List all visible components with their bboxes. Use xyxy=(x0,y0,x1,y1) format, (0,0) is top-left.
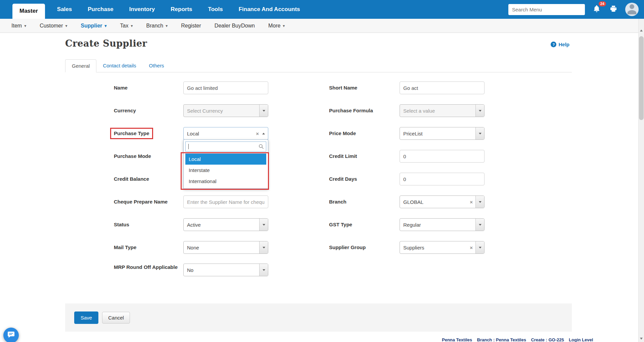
mail-type-select-value: None xyxy=(184,245,259,250)
scroll-up-button[interactable] xyxy=(639,27,644,33)
gst-type-select[interactable]: Regular xyxy=(400,218,485,231)
dropdown-option-international[interactable]: International xyxy=(185,176,266,187)
subnav-item-more[interactable]: More ▾ xyxy=(268,23,285,29)
branch-select[interactable]: GLOBAL × xyxy=(400,195,485,208)
clear-icon[interactable]: × xyxy=(253,131,262,136)
user-avatar[interactable] xyxy=(625,3,639,16)
price-mode-select-value: PriceList xyxy=(400,131,475,136)
short-name-input[interactable] xyxy=(400,81,485,94)
mail-type-label: Mail Type xyxy=(114,244,183,251)
vertical-scrollbar[interactable] xyxy=(638,19,644,342)
subnav-item-tax[interactable]: Tax ▾ xyxy=(120,23,133,29)
name-input[interactable] xyxy=(183,81,268,94)
credit-limit-input[interactable] xyxy=(400,150,485,163)
scrollbar-thumb[interactable] xyxy=(639,36,644,120)
cheque-prepare-name-input[interactable] xyxy=(183,195,268,208)
form-row-branch: Branch GLOBAL × xyxy=(329,190,517,213)
dropdown-search-input[interactable] xyxy=(185,141,266,152)
help-label: Help xyxy=(558,42,569,47)
notifications-button[interactable]: 24 xyxy=(592,4,602,14)
mrp-round-off-select[interactable]: No xyxy=(183,264,268,276)
subnav-item-label: Branch xyxy=(146,23,164,29)
form-row-supplier-group: Supplier Group Suppliers × xyxy=(329,236,517,259)
purchase-type-select[interactable]: Local × xyxy=(183,127,268,140)
chevron-down-icon: ▾ xyxy=(283,23,285,28)
currency-select-value: Select Currency xyxy=(184,108,259,114)
chevron-down-icon xyxy=(475,127,484,139)
dropdown-option-local[interactable]: Local xyxy=(185,154,266,165)
purchase-formula-select[interactable]: Select a value xyxy=(400,104,485,117)
subnav-item-item[interactable]: Item ▾ xyxy=(11,23,26,29)
chevron-up-icon xyxy=(262,133,268,134)
purchase-formula-select-value: Select a value xyxy=(400,108,475,114)
tab-contact-details[interactable]: Contact details xyxy=(96,59,142,72)
chevron-down-icon xyxy=(259,105,268,117)
purchase-type-label: Purchase Type xyxy=(114,130,149,136)
nav-item-inventory[interactable]: Inventory xyxy=(129,6,155,13)
subnav-item-label: Tax xyxy=(120,23,129,29)
credit-days-input[interactable] xyxy=(400,173,485,185)
subnav-item-dealer-buydown[interactable]: Dealer BuyDown xyxy=(215,23,255,29)
subnav-item-register[interactable]: Register xyxy=(181,23,201,29)
credit-balance-label: Credit Balance xyxy=(114,175,183,183)
subnav-item-label: Customer xyxy=(40,23,63,29)
dropdown-options-list: Local Interstate International xyxy=(185,154,266,187)
subnav-item-label: Item xyxy=(11,23,22,29)
main-nav: Sales Purchase Inventory Reports Tools F… xyxy=(57,6,300,13)
navbar-right: 24 xyxy=(508,3,639,16)
subnav-item-branch[interactable]: Branch ▾ xyxy=(146,23,168,29)
dropdown-option-interstate[interactable]: Interstate xyxy=(185,165,266,176)
form-row-credit-days: Credit Days xyxy=(329,168,517,190)
clear-icon[interactable]: × xyxy=(467,199,475,205)
mail-type-select[interactable]: None xyxy=(183,241,268,254)
cancel-button[interactable]: Cancel xyxy=(102,312,130,324)
app-window: Master Sales Purchase Inventory Reports … xyxy=(0,0,644,342)
form-row-name: Name xyxy=(114,76,302,99)
form-row-credit-limit: Credit Limit xyxy=(329,145,517,168)
form-footer: Save Cancel xyxy=(65,303,572,332)
purchase-type-dropdown: Local Interstate International xyxy=(183,139,268,189)
clear-icon[interactable]: × xyxy=(467,245,475,250)
chat-launcher-button[interactable] xyxy=(3,328,19,342)
chevron-down-icon: ▾ xyxy=(24,23,26,28)
subnav-item-customer[interactable]: Customer ▾ xyxy=(40,23,67,29)
supplier-group-select[interactable]: Suppliers × xyxy=(400,241,485,254)
create-supplier-form: Name Currency Select Currency Purcha xyxy=(65,76,572,284)
help-link[interactable]: ? Help xyxy=(551,42,569,47)
form-row-short-name: Short Name xyxy=(329,76,517,99)
chevron-down-icon xyxy=(475,241,484,253)
nav-item-sales[interactable]: Sales xyxy=(57,6,72,13)
tab-others[interactable]: Others xyxy=(143,59,171,72)
supplier-group-select-value: Suppliers xyxy=(400,245,467,250)
nav-item-finance-and-accounts[interactable]: Finance And Accounts xyxy=(239,6,300,13)
print-button[interactable] xyxy=(608,4,618,14)
nav-item-tools[interactable]: Tools xyxy=(208,6,223,13)
status-select[interactable]: Active xyxy=(183,218,268,231)
name-label: Name xyxy=(114,84,183,92)
currency-label: Currency xyxy=(114,107,183,115)
subnav-item-supplier[interactable]: Supplier ▾ xyxy=(81,23,107,29)
credit-days-label: Credit Days xyxy=(329,175,400,183)
nav-item-master[interactable]: Master xyxy=(12,4,45,19)
form-row-currency: Currency Select Currency xyxy=(114,99,302,122)
tab-general[interactable]: General xyxy=(65,59,96,72)
nav-item-reports[interactable]: Reports xyxy=(171,6,192,13)
price-mode-label: Price Mode xyxy=(329,130,400,137)
scroll-down-button[interactable] xyxy=(639,336,644,341)
text-cursor xyxy=(188,144,189,149)
nav-item-purchase[interactable]: Purchase xyxy=(88,6,113,13)
purchase-type-label-wrap: Purchase Type xyxy=(114,128,183,139)
currency-select[interactable]: Select Currency xyxy=(183,104,268,117)
form-row-cheque-prepare-name: Cheque Prepare Name xyxy=(114,190,302,213)
page-title: Create Supplier xyxy=(65,38,147,49)
chevron-down-icon: ▾ xyxy=(105,23,107,28)
save-button[interactable]: Save xyxy=(74,311,98,324)
price-mode-select[interactable]: PriceList xyxy=(400,127,485,140)
search-menu-input[interactable] xyxy=(508,4,585,15)
gst-type-select-value: Regular xyxy=(400,222,475,228)
secondary-nav: Item ▾ Customer ▾ Supplier ▾ Tax ▾ Branc… xyxy=(0,19,638,33)
purchase-mode-label: Purchase Mode xyxy=(114,153,183,160)
subnav-item-label: Dealer BuyDown xyxy=(215,23,255,29)
form-column-left: Name Currency Select Currency Purcha xyxy=(114,76,302,282)
branch-select-value: GLOBAL xyxy=(400,199,467,205)
